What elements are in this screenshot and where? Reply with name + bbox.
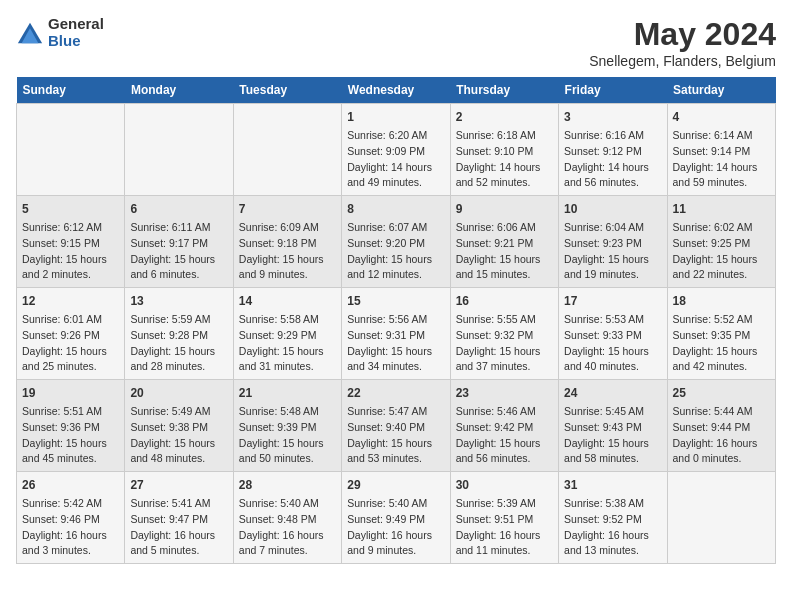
week-row-3: 12Sunrise: 6:01 AMSunset: 9:26 PMDayligh…: [17, 288, 776, 380]
calendar-cell: 13Sunrise: 5:59 AMSunset: 9:28 PMDayligh…: [125, 288, 233, 380]
day-info: Sunrise: 5:58 AM: [239, 312, 336, 328]
header-monday: Monday: [125, 77, 233, 104]
day-number: 29: [347, 476, 444, 494]
calendar-cell: 15Sunrise: 5:56 AMSunset: 9:31 PMDayligh…: [342, 288, 450, 380]
day-info: Sunrise: 5:45 AM: [564, 404, 661, 420]
week-row-5: 26Sunrise: 5:42 AMSunset: 9:46 PMDayligh…: [17, 472, 776, 564]
header-tuesday: Tuesday: [233, 77, 341, 104]
calendar-cell: 10Sunrise: 6:04 AMSunset: 9:23 PMDayligh…: [559, 196, 667, 288]
calendar-cell: 3Sunrise: 6:16 AMSunset: 9:12 PMDaylight…: [559, 104, 667, 196]
day-number: 18: [673, 292, 770, 310]
day-info: Sunrise: 6:14 AM: [673, 128, 770, 144]
day-number: 3: [564, 108, 661, 126]
header-wednesday: Wednesday: [342, 77, 450, 104]
day-number: 27: [130, 476, 227, 494]
day-info: Daylight: 15 hours and 22 minutes.: [673, 252, 770, 284]
header-row: SundayMondayTuesdayWednesdayThursdayFrid…: [17, 77, 776, 104]
day-info: Sunrise: 6:02 AM: [673, 220, 770, 236]
day-info: Sunset: 9:21 PM: [456, 236, 553, 252]
logo-icon: [16, 19, 44, 47]
day-info: Sunrise: 5:39 AM: [456, 496, 553, 512]
calendar-cell: 14Sunrise: 5:58 AMSunset: 9:29 PMDayligh…: [233, 288, 341, 380]
header-friday: Friday: [559, 77, 667, 104]
week-row-2: 5Sunrise: 6:12 AMSunset: 9:15 PMDaylight…: [17, 196, 776, 288]
calendar-cell: 6Sunrise: 6:11 AMSunset: 9:17 PMDaylight…: [125, 196, 233, 288]
day-info: Sunset: 9:28 PM: [130, 328, 227, 344]
calendar-cell: 25Sunrise: 5:44 AMSunset: 9:44 PMDayligh…: [667, 380, 775, 472]
day-info: Sunset: 9:52 PM: [564, 512, 661, 528]
day-number: 12: [22, 292, 119, 310]
day-info: Sunset: 9:17 PM: [130, 236, 227, 252]
day-info: Sunset: 9:29 PM: [239, 328, 336, 344]
day-info: Daylight: 15 hours and 45 minutes.: [22, 436, 119, 468]
day-info: Sunset: 9:15 PM: [22, 236, 119, 252]
header-saturday: Saturday: [667, 77, 775, 104]
day-info: Sunrise: 6:11 AM: [130, 220, 227, 236]
calendar-cell: 5Sunrise: 6:12 AMSunset: 9:15 PMDaylight…: [17, 196, 125, 288]
day-info: Sunset: 9:39 PM: [239, 420, 336, 436]
page-header: General Blue May 2024 Snellegem, Flander…: [16, 16, 776, 69]
header-sunday: Sunday: [17, 77, 125, 104]
day-info: Sunrise: 5:59 AM: [130, 312, 227, 328]
calendar-cell: 22Sunrise: 5:47 AMSunset: 9:40 PMDayligh…: [342, 380, 450, 472]
logo-blue: Blue: [48, 33, 104, 50]
day-info: Daylight: 15 hours and 50 minutes.: [239, 436, 336, 468]
day-number: 16: [456, 292, 553, 310]
calendar-cell: [233, 104, 341, 196]
day-info: Sunrise: 5:53 AM: [564, 312, 661, 328]
day-info: Sunset: 9:49 PM: [347, 512, 444, 528]
day-info: Sunset: 9:51 PM: [456, 512, 553, 528]
title-area: May 2024 Snellegem, Flanders, Belgium: [589, 16, 776, 69]
day-info: Daylight: 16 hours and 0 minutes.: [673, 436, 770, 468]
logo-text: General Blue: [48, 16, 104, 49]
day-info: Daylight: 16 hours and 5 minutes.: [130, 528, 227, 560]
day-info: Sunrise: 5:41 AM: [130, 496, 227, 512]
day-info: Sunrise: 6:07 AM: [347, 220, 444, 236]
calendar-cell: [125, 104, 233, 196]
day-info: Sunset: 9:20 PM: [347, 236, 444, 252]
day-info: Sunset: 9:43 PM: [564, 420, 661, 436]
day-info: Daylight: 15 hours and 53 minutes.: [347, 436, 444, 468]
day-info: Sunrise: 6:09 AM: [239, 220, 336, 236]
calendar-cell: 19Sunrise: 5:51 AMSunset: 9:36 PMDayligh…: [17, 380, 125, 472]
day-info: Sunrise: 5:49 AM: [130, 404, 227, 420]
day-info: Sunset: 9:47 PM: [130, 512, 227, 528]
day-info: Daylight: 15 hours and 37 minutes.: [456, 344, 553, 376]
day-info: Sunrise: 6:16 AM: [564, 128, 661, 144]
day-info: Sunrise: 6:01 AM: [22, 312, 119, 328]
calendar-cell: 2Sunrise: 6:18 AMSunset: 9:10 PMDaylight…: [450, 104, 558, 196]
calendar-cell: 12Sunrise: 6:01 AMSunset: 9:26 PMDayligh…: [17, 288, 125, 380]
day-info: Sunset: 9:18 PM: [239, 236, 336, 252]
subtitle: Snellegem, Flanders, Belgium: [589, 53, 776, 69]
day-number: 26: [22, 476, 119, 494]
day-number: 30: [456, 476, 553, 494]
day-info: Sunrise: 5:40 AM: [239, 496, 336, 512]
day-info: Sunset: 9:36 PM: [22, 420, 119, 436]
day-info: Sunset: 9:46 PM: [22, 512, 119, 528]
calendar-cell: 1Sunrise: 6:20 AMSunset: 9:09 PMDaylight…: [342, 104, 450, 196]
day-number: 5: [22, 200, 119, 218]
calendar-cell: 28Sunrise: 5:40 AMSunset: 9:48 PMDayligh…: [233, 472, 341, 564]
day-number: 15: [347, 292, 444, 310]
day-number: 19: [22, 384, 119, 402]
day-number: 6: [130, 200, 227, 218]
day-number: 14: [239, 292, 336, 310]
day-number: 22: [347, 384, 444, 402]
day-info: Sunset: 9:26 PM: [22, 328, 119, 344]
day-info: Sunrise: 5:55 AM: [456, 312, 553, 328]
day-info: Daylight: 15 hours and 31 minutes.: [239, 344, 336, 376]
calendar-cell: 29Sunrise: 5:40 AMSunset: 9:49 PMDayligh…: [342, 472, 450, 564]
day-info: Sunrise: 5:44 AM: [673, 404, 770, 420]
day-info: Sunrise: 5:38 AM: [564, 496, 661, 512]
day-number: 7: [239, 200, 336, 218]
day-info: Sunset: 9:25 PM: [673, 236, 770, 252]
day-info: Sunrise: 6:20 AM: [347, 128, 444, 144]
calendar-cell: 11Sunrise: 6:02 AMSunset: 9:25 PMDayligh…: [667, 196, 775, 288]
calendar-cell: [667, 472, 775, 564]
calendar-cell: 17Sunrise: 5:53 AMSunset: 9:33 PMDayligh…: [559, 288, 667, 380]
calendar-cell: 23Sunrise: 5:46 AMSunset: 9:42 PMDayligh…: [450, 380, 558, 472]
day-number: 31: [564, 476, 661, 494]
day-info: Sunset: 9:23 PM: [564, 236, 661, 252]
day-info: Sunrise: 5:47 AM: [347, 404, 444, 420]
day-number: 24: [564, 384, 661, 402]
